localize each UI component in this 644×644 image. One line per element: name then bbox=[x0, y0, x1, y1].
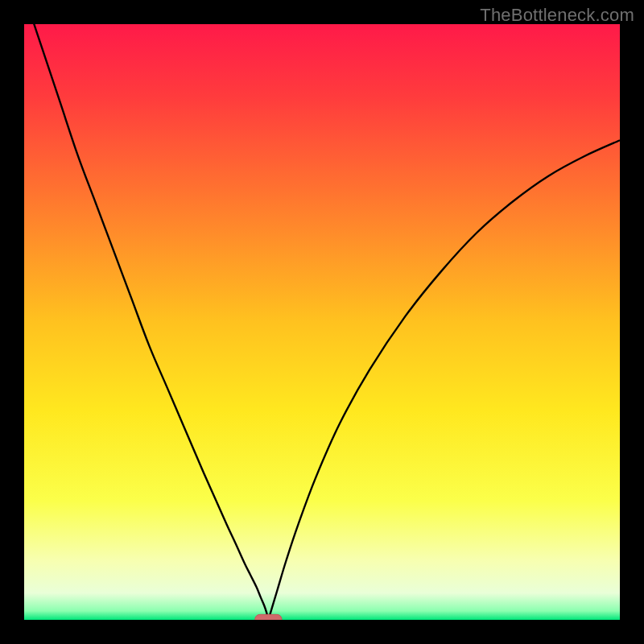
watermark-text: TheBottleneck.com bbox=[480, 5, 634, 26]
minimum-marker bbox=[255, 614, 282, 620]
gradient-background bbox=[24, 24, 620, 620]
chart-frame bbox=[24, 24, 620, 620]
bottleneck-chart bbox=[24, 24, 620, 620]
